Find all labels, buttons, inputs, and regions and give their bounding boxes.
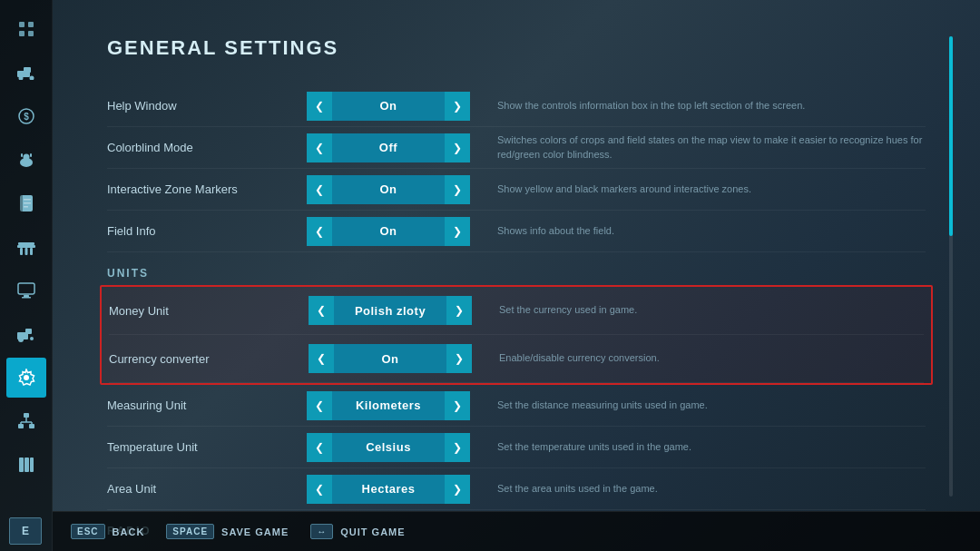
next-btn-currency-converter[interactable]: ❯ [446,344,472,373]
svg-rect-13 [30,153,32,157]
prev-btn-money-unit[interactable]: ❮ [309,296,334,325]
svg-rect-40 [24,458,29,472]
units-highlight-box: Money Unit ❮ Polish zloty ❯ Set the curr… [100,285,933,385]
setting-row-colorblind: Colorblind Mode ❮ Off ❯ Switches colors … [107,127,926,169]
label-measuring-unit: Measuring Unit [107,398,307,412]
next-btn-money-unit[interactable]: ❯ [446,296,472,325]
value-temperature-unit: Celsius [332,433,445,462]
value-help-window: On [332,92,445,121]
value-zone-markers: On [332,175,445,204]
sidebar: $ [0,0,53,551]
desc-field-info: Shows info about the field. [497,224,926,238]
sidebar-item-settings[interactable] [6,358,46,398]
main-content: GENERAL SETTINGS Help Window ❮ On ❯ Show… [53,0,980,551]
control-zone-markers: ❮ On ❯ [307,175,470,204]
setting-row-money-unit: Money Unit ❮ Polish zloty ❯ Set the curr… [109,287,924,335]
label-currency-converter: Currency converter [109,352,309,366]
prev-btn-field-info[interactable]: ❮ [307,217,332,246]
prev-btn-help-window[interactable]: ❮ [307,92,332,121]
control-area-unit: ❮ Hectares ❯ [307,475,470,504]
svg-rect-23 [18,242,34,245]
svg-rect-3 [28,31,34,36]
quit-game-button[interactable]: ↔ QUIT GAME [310,524,405,539]
arrows-key: ↔ [310,524,333,539]
svg-rect-12 [21,153,23,157]
label-help-window: Help Window [107,99,307,113]
svg-rect-28 [25,329,32,334]
page-title: GENERAL SETTINGS [107,36,926,60]
next-btn-colorblind[interactable]: ❯ [445,133,470,162]
svg-rect-21 [24,248,27,255]
save-game-button[interactable]: SPACE SAVE GAME [166,524,289,539]
svg-rect-34 [29,424,34,428]
svg-rect-41 [30,458,34,472]
sidebar-item-tractor2[interactable] [6,314,46,354]
svg-point-29 [18,337,24,342]
scroll-track[interactable] [949,36,953,497]
prev-btn-measuring-unit[interactable]: ❮ [307,391,332,420]
quit-game-label: QUIT GAME [340,526,405,537]
e-button[interactable]: E [9,517,42,545]
svg-rect-39 [19,458,24,472]
value-currency-converter: On [334,344,446,373]
prev-btn-zone-markers[interactable]: ❮ [307,175,332,204]
value-field-info: On [332,217,445,246]
desc-area-unit: Set the area units used in the game. [497,482,926,496]
setting-row-area-unit: Area Unit ❮ Hectares ❯ Set the area unit… [107,468,926,510]
sidebar-item-vehicle[interactable] [6,53,46,93]
svg-rect-5 [24,67,31,73]
back-button[interactable]: ESC BACK [71,524,144,539]
svg-text:$: $ [24,112,29,122]
back-label: BACK [113,526,145,537]
next-btn-area-unit[interactable]: ❯ [445,475,470,504]
value-colorblind: Off [332,133,445,162]
prev-btn-temperature-unit[interactable]: ❮ [307,433,332,462]
svg-point-30 [30,337,34,340]
sidebar-item-book[interactable] [6,183,46,223]
scroll-thumb[interactable] [949,36,953,236]
svg-rect-32 [24,413,29,418]
svg-rect-17 [24,202,31,204]
sidebar-item-workers[interactable] [6,227,46,267]
svg-rect-24 [18,283,34,294]
svg-rect-2 [19,31,24,36]
sidebar-item-library[interactable] [6,445,46,485]
prev-btn-area-unit[interactable]: ❮ [307,475,332,504]
sidebar-item-org[interactable] [6,401,46,441]
svg-rect-0 [19,22,24,27]
svg-rect-19 [17,245,35,248]
label-area-unit: Area Unit [107,482,307,496]
next-btn-temperature-unit[interactable]: ❯ [445,433,470,462]
svg-rect-15 [20,195,23,212]
svg-rect-18 [24,206,28,208]
label-field-info: Field Info [107,224,307,238]
next-btn-help-window[interactable]: ❯ [445,92,470,121]
desc-money-unit: Set the currency used in game. [499,303,924,317]
sidebar-item-money[interactable]: $ [6,96,46,136]
value-measuring-unit: Kilometers [332,391,445,420]
sidebar-item-map[interactable] [6,9,46,49]
sidebar-item-monitor[interactable] [6,271,46,310]
desc-temperature-unit: Set the temperature units used in the ga… [497,440,926,454]
prev-btn-currency-converter[interactable]: ❮ [309,344,334,373]
space-key: SPACE [166,524,214,539]
label-zone-markers: Interactive Zone Markers [107,182,307,196]
svg-rect-1 [28,22,34,27]
setting-row-temperature-unit: Temperature Unit ❮ Celsius ❯ Set the tem… [107,427,926,468]
next-btn-zone-markers[interactable]: ❯ [445,175,470,204]
esc-key: ESC [71,524,105,539]
svg-point-7 [29,76,34,81]
label-money-unit: Money Unit [109,304,309,318]
control-field-info: ❮ On ❯ [307,217,470,246]
svg-point-31 [24,375,29,380]
svg-rect-22 [30,248,33,255]
sidebar-item-animals[interactable] [6,140,46,180]
next-btn-field-info[interactable]: ❯ [445,217,470,246]
desc-colorblind: Switches colors of crops and field state… [497,133,926,162]
value-area-unit: Hectares [332,475,445,504]
setting-row-zone-markers: Interactive Zone Markers ❮ On ❯ Show yel… [107,169,926,211]
next-btn-measuring-unit[interactable]: ❯ [445,391,470,420]
prev-btn-colorblind[interactable]: ❮ [307,133,332,162]
label-colorblind: Colorblind Mode [107,141,307,154]
label-temperature-unit: Temperature Unit [107,440,307,454]
